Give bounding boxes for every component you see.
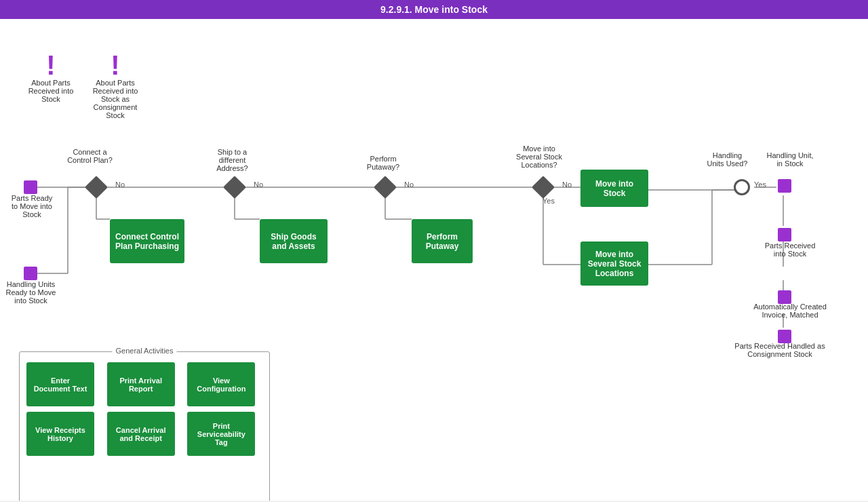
handling-unit-stock-label: Handling Unit, in Stock xyxy=(766,151,814,168)
consignment-label: Parts Received Handled as Consignment St… xyxy=(729,342,831,358)
parts-received-label: Parts Received into Stock xyxy=(760,242,821,258)
view-configuration-btn[interactable]: View Configuration xyxy=(187,362,255,406)
page-title: 9.2.9.1. Move into Stock xyxy=(380,4,488,15)
ship-goods-box[interactable]: Ship Goods and Assets xyxy=(260,219,328,263)
yes-label-4: Yes xyxy=(542,197,555,205)
decision-ship-label: Ship to a different Address? xyxy=(207,148,258,172)
exclaim-icon-1: ! xyxy=(46,52,55,79)
title-bar: 9.2.9.1. Move into Stock xyxy=(0,0,868,19)
parts-ready-node xyxy=(24,180,37,194)
print-arrival-report-btn[interactable]: Print Arrival Report xyxy=(107,362,175,406)
enter-document-text-btn[interactable]: Enter Document Text xyxy=(26,362,94,406)
decision-control-plan xyxy=(85,176,108,199)
view-receipts-history-btn[interactable]: View Receipts History xyxy=(26,412,94,456)
connect-control-plan-box[interactable]: Connect Control Plan Purchasing xyxy=(110,219,184,263)
general-activities-title: General Activities xyxy=(113,347,177,355)
decision-ship-address xyxy=(223,176,246,199)
decision-putaway xyxy=(374,176,397,199)
no-label-4: No xyxy=(562,180,572,189)
decision-control-plan-label: Connect a Control Plan? xyxy=(64,148,115,164)
handling-units-label: Handling Units Ready to Move into Stock xyxy=(5,280,56,305)
perform-putaway-box[interactable]: Perform Putaway xyxy=(412,219,473,263)
invoice-label: Automatically Created Invoice, Matched xyxy=(753,303,827,319)
decision-several-label: Move into Several Stock Locations? xyxy=(512,144,566,169)
exclaim-label-2: About Parts Received into Stock as Consi… xyxy=(88,79,142,119)
no-label-1: No xyxy=(115,180,125,189)
handling-units-node xyxy=(24,267,37,280)
invoice-node xyxy=(778,290,791,304)
consignment-node xyxy=(778,330,791,343)
yes-label-handling: Yes xyxy=(754,180,766,189)
handling-unit-stock-node xyxy=(778,179,791,193)
general-activities-grid: Enter Document Text Print Arrival Report… xyxy=(26,362,262,456)
no-label-3: No xyxy=(404,180,414,189)
no-label-2: No xyxy=(254,180,263,189)
exclaim-2: ! About Parts Received into Stock as Con… xyxy=(88,52,142,119)
decision-putaway-label: Perform Putaway? xyxy=(359,155,407,171)
exclaim-1: ! About Parts Received into Stock xyxy=(24,52,78,103)
move-several-locations-box[interactable]: Move into Several Stock Locations xyxy=(580,242,648,286)
parts-received-node xyxy=(778,228,791,242)
exclaim-icon-2: ! xyxy=(111,52,119,79)
cancel-arrival-receipt-btn[interactable]: Cancel Arrival and Receipt xyxy=(107,412,175,456)
decision-several-locations xyxy=(532,176,555,199)
general-activities-box: General Activities Enter Document Text P… xyxy=(19,351,270,501)
handling-decision-circle xyxy=(734,179,750,195)
print-serviceability-tag-btn[interactable]: Print Serviceability Tag xyxy=(187,412,255,456)
handling-units-used-label: Handling Units Used? xyxy=(705,151,749,168)
exclaim-label-1: About Parts Received into Stock xyxy=(24,79,78,103)
canvas: ! About Parts Received into Stock ! Abou… xyxy=(0,19,868,501)
parts-ready-label: Parts Ready to Move into Stock xyxy=(8,194,56,218)
move-into-stock-box[interactable]: Move into Stock xyxy=(580,170,648,207)
